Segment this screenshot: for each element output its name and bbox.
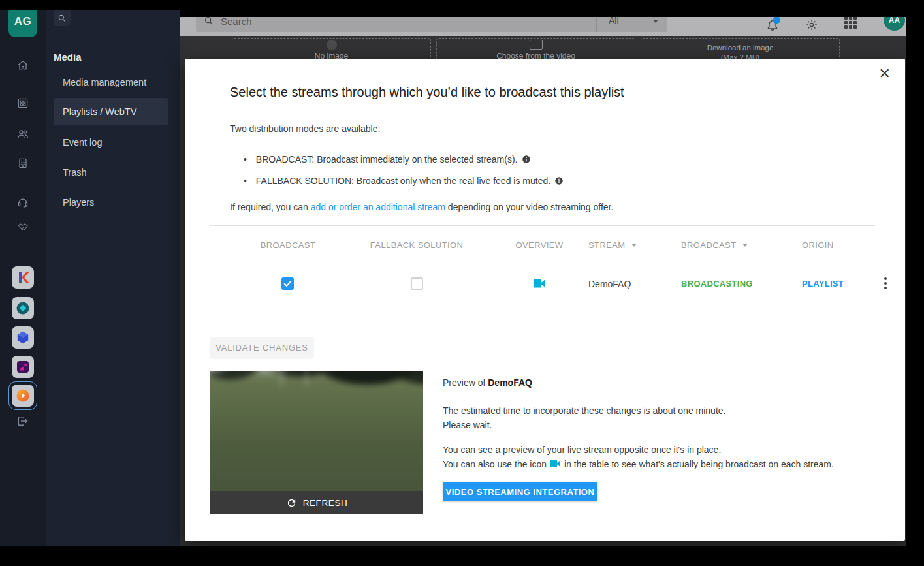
refresh-button[interactable]: REFRESH [210,491,423,514]
sort-caret-icon [742,244,748,247]
headset-icon[interactable] [16,196,29,209]
app-tile-streaming-selected[interactable] [8,381,37,410]
apps-grid-icon[interactable] [16,97,29,110]
preview-help-paragraph: You can see a preview of your live strea… [443,443,887,471]
videocam-icon [550,460,561,468]
modal-title: Select the streams through which you’d l… [230,85,624,100]
sort-caret-icon [631,244,637,247]
broadcast-checkbox[interactable] [281,277,294,290]
app-window: AG [0,10,906,546]
sidebar-item-event-log[interactable]: Event log [63,137,102,148]
table-row: DemoFAQ BROADCASTING PLAYLIST [210,264,875,307]
info-icon[interactable] [522,155,531,164]
header-overview: OVERVIEW [500,240,579,250]
broadcast-status-cell: BROADCASTING [681,279,753,289]
preview-info-column: Preview of DemoFAQ The estimated time to… [443,377,887,482]
modal-note: If required, you can add or order an add… [230,202,613,212]
info-icon[interactable] [554,176,564,185]
bullet-broadcast: BROADCAST: Broadcast immediately on the … [244,154,531,165]
logout-icon[interactable] [16,415,29,428]
apps-launcher-icon[interactable] [844,16,857,29]
bullet-broadcast-text: BROADCAST: Broadcast immediately on the … [256,154,518,165]
preview-wait-line: Please wait. [443,418,887,432]
left-icon-rail: AG [0,10,46,546]
preview-video-content [210,371,423,491]
preview-help-line2-before: You can also use the icon [443,459,547,469]
header-origin: ORIGIN [802,240,834,250]
stream-preview-player: REFRESH [210,371,423,514]
note-suffix: depending on your video streaming offer. [445,202,613,212]
app-tile-donut[interactable] [12,297,34,319]
bullet-fallback: FALLBACK SOLUTION: Broadcast only when t… [244,176,564,186]
origin-cell[interactable]: PLAYLIST [802,279,844,289]
letterbox-main-top [180,10,906,17]
sidebar-item-players[interactable]: Players [63,197,94,208]
brand-logo[interactable]: AG [8,10,37,37]
sidebar-item-trash[interactable]: Trash [63,167,87,178]
notification-badge [773,16,780,24]
validate-changes-button[interactable]: VALIDATE CHANGES [210,337,313,358]
preview-heading: Preview of DemoFAQ [443,377,887,388]
preview-eta-paragraph: The estimated time to incorporate these … [443,403,887,432]
preview-help-line2-after: in the table to see what's actually bein… [564,459,834,469]
broadcast-streams-modal: ✕ Select the streams through which you’d… [185,59,905,541]
bullet-fallback-text: FALLBACK SOLUTION: Broadcast only when t… [256,176,550,186]
fallback-checkbox[interactable] [411,277,423,290]
building-icon[interactable] [16,157,29,170]
app-tile-purple[interactable] [12,356,34,378]
header-stream-label: STREAM [588,240,626,250]
refresh-label: REFRESH [303,498,348,508]
preview-stream-name: DemoFAQ [488,377,532,388]
handshake-icon[interactable] [16,221,29,234]
stream-name-cell: DemoFAQ [588,279,631,289]
settings-gear-icon[interactable] [805,18,818,31]
row-menu-kebab-icon[interactable] [883,276,888,291]
sidebar: Media Media management Playlists / WebTV… [46,10,180,546]
goal-post [306,371,307,385]
goal-post [281,371,282,385]
header-broadcast-status-label: BROADCAST [681,240,737,250]
note-prefix: If required, you can [230,202,311,212]
preview-heading-prefix: Preview of [443,377,488,388]
header-broadcast: BROADCAST [249,240,327,250]
app-tile-k[interactable] [12,266,34,289]
app-tile-streaming[interactable] [12,385,34,407]
no-image-icon [327,40,337,50]
sidebar-section-media: Media [54,52,82,63]
image-placeholder-icon [530,40,543,50]
chevron-down-icon [653,20,658,23]
preview-eta-line: The estimated time to incorporate these … [443,403,887,418]
close-icon[interactable]: ✕ [879,67,891,81]
users-icon[interactable] [16,127,29,140]
sidebar-search-button[interactable] [54,10,71,26]
streams-table: BROADCAST FALLBACK SOLUTION OVERVIEW STR… [210,225,875,310]
header-broadcast-status-sortable[interactable]: BROADCAST [681,240,748,250]
download-image-label: Download an image [641,43,839,53]
sidebar-item-media-management[interactable]: Media management [63,77,146,87]
preview-help-line1: You can see a preview of your live strea… [443,443,887,457]
videocam-overview-icon[interactable] [533,279,546,289]
add-stream-link[interactable]: add or order an additional stream [311,202,445,212]
video-streaming-integration-button[interactable]: VIDEO STREAMING INTEGRATION [443,482,597,501]
header-stream-sortable[interactable]: STREAM [588,240,637,250]
notifications-bell-icon[interactable] [766,18,779,31]
preview-help-line2: You can also use the iconin the table to… [443,457,887,471]
refresh-icon [286,497,297,509]
preview-video-frame[interactable] [210,371,423,491]
table-header-row: BROADCAST FALLBACK SOLUTION OVERVIEW STR… [210,225,875,264]
letterbox-top [0,0,924,10]
screen: AG [0,0,924,566]
search-icon [204,16,214,26]
home-icon[interactable] [16,59,29,72]
modal-intro: Two distribution modes are available: [230,123,380,134]
app-tile-cube[interactable] [12,326,34,349]
search-icon [57,14,67,23]
sidebar-item-playlists-webtv[interactable]: Playlists / WebTV [54,98,168,125]
header-fallback-solution: FALLBACK SOLUTION [364,240,469,250]
